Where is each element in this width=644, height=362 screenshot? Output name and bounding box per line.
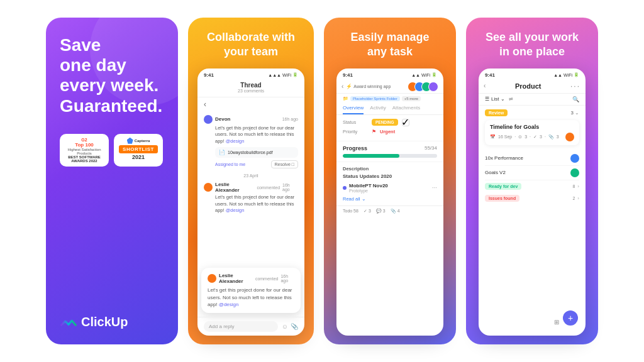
status-icons-3: ▲▲ WiFi 🔋 — [411, 72, 437, 77]
check-icon: ✓ — [402, 119, 409, 126]
status-bar-2: 9:41 ▲▲▲ WiFi 🔋 — [197, 69, 304, 79]
progress-fill — [343, 154, 399, 158]
review-count: 3 — [571, 110, 574, 116]
product-menu[interactable]: ··· — [570, 82, 580, 90]
card3-title: Easily manage any task — [350, 30, 429, 60]
avatar-leslie-sm — [204, 183, 213, 192]
capterra-icon — [127, 138, 133, 144]
sub-task-1: 10x Performance — [485, 151, 579, 166]
attachment-icon: 📎 — [291, 323, 298, 330]
clickup-icon — [60, 313, 77, 331]
tag-ready: Ready for dev — [485, 183, 521, 190]
clickup-logo: ClickUp — [60, 313, 164, 331]
assignee-avatars — [408, 82, 438, 92]
big-comment: Leslie Alexander commented 16h ago Let's… — [201, 268, 301, 313]
thread-msg-2: Leslie Alexander commented 16h ago Let's… — [204, 182, 298, 214]
reply-bar: Add a reply ☺ 📎 — [197, 317, 304, 336]
pdf-icon: 📄 — [219, 150, 225, 155]
folder-path: 📁 Placeholder Sprints Folder +5 more — [336, 94, 443, 102]
phone-mockup-2: 9:41 ▲▲▲ WiFi 🔋 Thread 23 comments ‹ — [197, 69, 304, 336]
phone-mockup-4: 9:41 ▲▲ WiFi 🔋 ‹ Product ··· ☰ List — [479, 69, 586, 336]
date-divider: 23 April — [204, 173, 298, 178]
thread-header: Thread 23 comments — [197, 79, 304, 97]
thread-nav: ‹ — [197, 97, 304, 111]
status-bar-3: 9:41 ▲▲ WiFi 🔋 — [336, 69, 443, 79]
reply-actions: ☺ 📎 — [282, 323, 298, 330]
phone-collaborate: 9:41 ▲▲▲ WiFi 🔋 Thread 23 comments ‹ — [197, 69, 304, 336]
task-card-avatar — [565, 133, 574, 141]
task-header: ‹ ⚡ Award winning app — [336, 79, 443, 94]
card1-headline: Save one day every week. Guaranteed. — [60, 35, 164, 116]
expand-icon[interactable]: ⌄ — [575, 110, 579, 116]
phone-mockup-3: 9:41 ▲▲ WiFi 🔋 ‹ ⚡ Award winning app — [336, 69, 443, 336]
tag-row-2: Issues found 2 › — [479, 192, 586, 204]
status-field: Status PENDING ✓ — [343, 119, 437, 126]
search-icon[interactable]: 🔍 — [572, 96, 579, 102]
sub-task-avatar-2 — [570, 168, 579, 177]
phone-manage: 9:41 ▲▲ WiFi 🔋 ‹ ⚡ Award winning app — [336, 69, 443, 336]
list-view[interactable]: ☰ List ⌄ — [485, 96, 505, 102]
award-badges: G2 Top 100 Highest Satisfaction Products… — [60, 134, 164, 167]
comment-count: 💬 3 — [376, 209, 386, 214]
read-all[interactable]: Read all ⌄ — [343, 196, 437, 202]
view-row: ☰ List ⌄ ⇌ 🔍 — [479, 94, 586, 106]
desc-dot — [343, 186, 347, 190]
task-back: ‹ — [341, 83, 343, 90]
desc-item: MobilePT Nov20 Prototype ··· — [343, 181, 437, 195]
description-section: Description Status Updates 2020 MobilePT… — [336, 162, 443, 206]
attachment-count: 📎 4 — [391, 209, 400, 214]
card-collaborate: Collaborate with your team 9:41 ▲▲▲ WiFi… — [188, 18, 314, 344]
back-arrow: ‹ — [204, 100, 206, 109]
list-icon: ☰ — [485, 96, 489, 102]
card-save: Save one day every week. Guaranteed. G2 … — [46, 18, 178, 344]
folder-icon: 📁 — [343, 96, 348, 101]
breadcrumb: ⚡ Award winning app — [346, 84, 405, 89]
thread-msg-1: Devon 16h ago Let's get this project don… — [204, 115, 298, 169]
resolve-button[interactable]: Resolve □ — [271, 160, 298, 168]
avatar-devon — [204, 115, 213, 124]
card4-title: See all your work in one place — [486, 30, 579, 60]
product-header: ‹ Product ··· — [479, 79, 586, 94]
tab-activity[interactable]: Activity — [370, 102, 386, 114]
progress-bar — [343, 154, 437, 158]
msg-text-2: Let's get this project done for our dear… — [215, 194, 298, 214]
file-attachment: 📄 10waystobuildforce.pdf — [215, 147, 298, 158]
check-count: ✓ 3 — [364, 209, 371, 214]
avatar-4 — [428, 82, 438, 92]
sub-task-2: Goals V2 — [485, 166, 579, 180]
task-fields: Status PENDING ✓ Priority ⚑ Urgent — [336, 115, 443, 141]
progress-label: Progress 55/34 — [343, 145, 437, 151]
task-card-meta: 📅 16 Sep · ⊙ 3 · ✓ 3 · 📎 3 — [490, 133, 574, 141]
grid-icon[interactable]: ⊞ — [554, 319, 559, 326]
tag-issues: Issues found — [485, 195, 519, 202]
desc-item-left: MobilePT Nov20 Prototype — [343, 183, 388, 193]
card-manage: Easily manage any task 9:41 ▲▲ WiFi 🔋 ‹ … — [324, 18, 456, 344]
reply-input[interactable]: Add a reply — [204, 321, 278, 332]
tab-attachments[interactable]: Attachments — [392, 102, 420, 114]
emoji-icon: ☺ — [282, 323, 288, 330]
fab-button[interactable]: + — [563, 310, 578, 326]
task-card-goals: Timeline for Goals 📅 16 Sep · ⊙ 3 · ✓ 3 … — [485, 120, 579, 145]
tab-overview[interactable]: Overview — [343, 102, 364, 114]
sub-tasks: 10x Performance Goals V2 — [479, 151, 586, 180]
priority-field: Priority ⚑ Urgent — [343, 129, 437, 134]
main-container: Save one day every week. Guaranteed. G2 … — [0, 0, 644, 362]
avatar-leslie-big — [208, 274, 216, 283]
card2-title: Collaborate with your team — [197, 30, 305, 60]
filter-icon[interactable]: ⇌ — [509, 96, 513, 102]
review-badge: Review — [485, 109, 508, 116]
tag-row: Ready for dev 8 › — [479, 180, 586, 192]
assign-row: Assigned to me Resolve □ — [215, 160, 298, 168]
big-msg-text: Let's get this project done for our dear… — [208, 287, 294, 308]
todo-count: Todo 58 — [343, 209, 358, 213]
task-tabs: Overview Activity Attachments — [336, 102, 443, 115]
status-icons-4: ▲▲ WiFi 🔋 — [553, 72, 579, 77]
progress-section: Progress 55/34 — [336, 141, 443, 162]
task-bottom-bar: Todo 58 ✓ 3 💬 3 📎 4 — [336, 206, 443, 216]
review-section: Review 3 ⌄ Timeline for Goals 📅 16 Sep ·… — [479, 106, 586, 151]
review-header: Review 3 ⌄ — [485, 109, 579, 116]
product-title: Product — [486, 82, 570, 90]
capterra-badge: Capterra SHORTLIST 2021 — [114, 134, 163, 167]
status-icons-2: ▲▲▲ WiFi 🔋 — [268, 72, 298, 77]
status-bar-4: 9:41 ▲▲ WiFi 🔋 — [479, 69, 586, 79]
